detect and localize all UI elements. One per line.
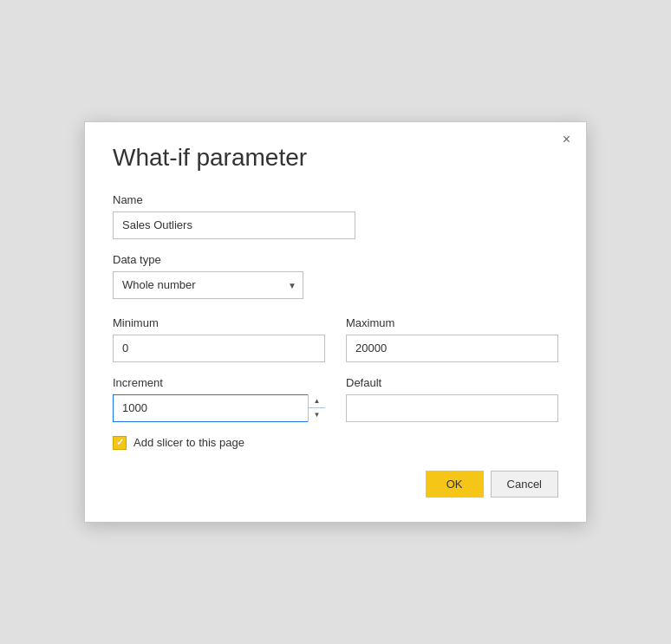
increment-spinner: ▲ ▼ bbox=[113, 394, 325, 422]
spinner-down-button[interactable]: ▼ bbox=[309, 408, 325, 422]
data-type-select[interactable]: Whole number Decimal number Fixed decima… bbox=[113, 271, 303, 299]
minimum-input[interactable] bbox=[113, 335, 325, 362]
maximum-input[interactable] bbox=[346, 335, 558, 362]
min-max-row: Minimum Maximum bbox=[113, 316, 558, 362]
cancel-button[interactable]: Cancel bbox=[491, 471, 558, 498]
name-label: Name bbox=[113, 193, 558, 206]
increment-default-row: Increment ▲ ▼ Default bbox=[113, 376, 558, 422]
dialog-overlay: × What-if parameter Name Data type Whole… bbox=[0, 0, 671, 644]
add-slicer-label: Add slicer to this page bbox=[134, 436, 244, 449]
maximum-col: Maximum bbox=[346, 316, 558, 362]
maximum-label: Maximum bbox=[346, 316, 558, 329]
increment-input[interactable] bbox=[113, 394, 325, 422]
what-if-dialog: × What-if parameter Name Data type Whole… bbox=[84, 121, 587, 523]
default-input[interactable] bbox=[346, 394, 558, 422]
increment-label: Increment bbox=[113, 376, 325, 389]
data-type-label: Data type bbox=[113, 253, 558, 266]
increment-col: Increment ▲ ▼ bbox=[113, 376, 325, 422]
minimum-label: Minimum bbox=[113, 316, 325, 329]
data-type-wrapper: Whole number Decimal number Fixed decima… bbox=[113, 271, 303, 299]
ok-button[interactable]: OK bbox=[426, 471, 484, 498]
name-section: Name bbox=[113, 193, 558, 239]
name-input[interactable] bbox=[113, 211, 355, 239]
checkmark-icon: ✓ bbox=[116, 438, 124, 447]
add-slicer-checkbox[interactable]: ✓ bbox=[113, 436, 127, 450]
default-col: Default bbox=[346, 376, 558, 422]
spinner-buttons: ▲ ▼ bbox=[308, 394, 325, 422]
minimum-col: Minimum bbox=[113, 316, 325, 362]
spinner-up-button[interactable]: ▲ bbox=[309, 394, 325, 409]
dialog-title: What-if parameter bbox=[113, 143, 558, 172]
dialog-footer: OK Cancel bbox=[113, 471, 558, 498]
data-type-section: Data type Whole number Decimal number Fi… bbox=[113, 253, 558, 299]
add-slicer-row: ✓ Add slicer to this page bbox=[113, 436, 558, 450]
close-button[interactable]: × bbox=[559, 131, 574, 148]
default-label: Default bbox=[346, 376, 558, 389]
